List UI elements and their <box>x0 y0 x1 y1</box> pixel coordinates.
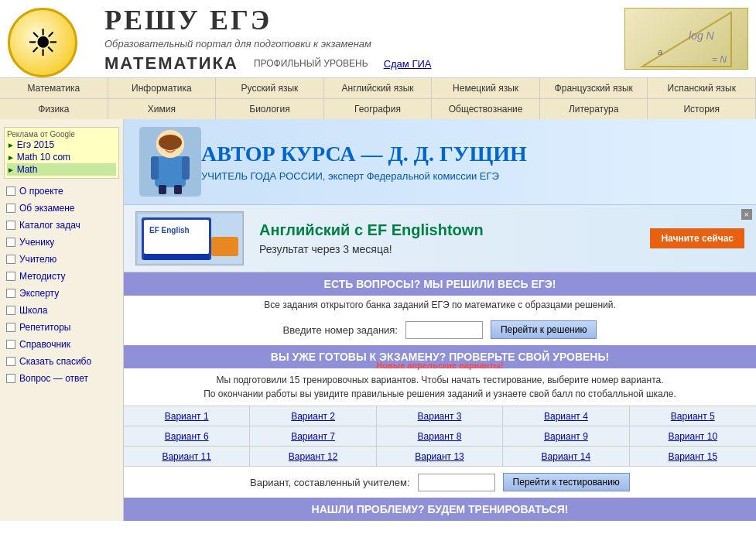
header-math: МАТЕМАТИКА ПРОФИЛЬНЫЙ УРОВЕНЬ Сдам ГИА <box>104 53 624 74</box>
variant-cell-2: Вариант 2 <box>250 406 376 426</box>
teacher-variant-input[interactable] <box>418 474 495 491</box>
variant-link-5[interactable]: Вариант 5 <box>671 411 715 422</box>
site-subtitle: Образовательный портал для подготовки к … <box>104 38 624 50</box>
checkbox-ekspertu <box>6 289 15 298</box>
eng-close-button[interactable]: × <box>741 209 752 220</box>
main-layout: Реклама от Google Егэ 2015 Math 10 com M… <box>0 119 756 521</box>
nav-literatura[interactable]: Литература <box>540 99 648 119</box>
eng-banner-button[interactable]: Начните сейчас <box>650 228 744 248</box>
variant-link-12[interactable]: Вариант 12 <box>289 451 338 462</box>
sidebar-item-uchitelyu[interactable]: Учителю <box>0 251 123 268</box>
svg-rect-21 <box>211 237 238 256</box>
variant-cell-15: Вариант 15 <box>630 447 756 467</box>
variant-cell-6: Вариант 6 <box>124 426 250 447</box>
nav-istoriya[interactable]: История <box>648 99 756 119</box>
variant-cell-13: Вариант 13 <box>377 447 503 467</box>
variant-cell-10: Вариант 10 <box>630 426 756 447</box>
eng-banner: EF English Английский с EF Englishtown Р… <box>124 205 756 272</box>
sidebar-item-katalog[interactable]: Каталог задач <box>0 217 123 234</box>
nav-informatika[interactable]: Информатика <box>108 78 217 98</box>
variant-cell-8: Вариант 8 <box>377 426 503 447</box>
nav-biologiya[interactable]: Биология <box>216 99 324 119</box>
variant-link-8[interactable]: Вариант 8 <box>418 431 462 442</box>
content: АВТОР КУРСА — Д. Д. ГУЩИН УЧИТЕЛЬ ГОДА Р… <box>124 119 756 521</box>
variant-link-14[interactable]: Вариант 14 <box>542 451 591 462</box>
nav-khimiya[interactable]: Химия <box>108 99 217 119</box>
nav-russkiy[interactable]: Русский язык <box>216 78 324 98</box>
nav-german[interactable]: Немецкий язык <box>432 78 540 98</box>
nav-french[interactable]: Французский язык <box>540 78 648 98</box>
questions-header: ЕСТЬ ВОПРОСЫ? МЫ РЕШИЛИ ВЕСЬ ЕГЭ! <box>124 272 756 296</box>
bottom-header: НАШЛИ ПРОБЛЕМУ? БУДЕМ ТРЕНИРОВАТЬСЯ! <box>124 498 756 521</box>
variants-desc: Мы подготовили 15 тренировочных варианто… <box>124 368 756 406</box>
site-title: РЕШУ ЕГЭ <box>104 4 624 36</box>
ad-link-math[interactable]: Math <box>7 163 116 176</box>
variant-link-2[interactable]: Вариант 2 <box>291 411 335 422</box>
svg-text:a: a <box>658 47 662 56</box>
header-text: РЕШУ ЕГЭ Образовательный портал для подг… <box>104 4 624 74</box>
header-decoration: log N = N a <box>624 8 748 70</box>
sidebar-item-vopros[interactable]: Вопрос — ответ <box>0 370 123 387</box>
variant-link-11[interactable]: Вариант 11 <box>162 451 211 462</box>
author-text: АВТОР КУРСА — Д. Д. ГУЩИН УЧИТЕЛЬ ГОДА Р… <box>201 142 527 182</box>
sidebar-item-shkola[interactable]: Школа <box>0 302 123 319</box>
sidebar-item-repetitory[interactable]: Репетиторы <box>0 319 123 336</box>
logo-circle: ☀ <box>8 8 77 77</box>
variants-header: ВЫ УЖЕ ГОТОВЫ К ЭКЗАМЕНУ? ПРОВЕРЬТЕ СВОЙ… <box>124 345 756 368</box>
sidebar-item-o-proekte[interactable]: О проекте <box>0 183 123 200</box>
variant-link-3[interactable]: Вариант 3 <box>418 411 462 422</box>
variant-link-15[interactable]: Вариант 15 <box>669 451 718 462</box>
teacher-variant-button[interactable]: Перейти к тестированию <box>503 473 630 491</box>
svg-rect-12 <box>151 156 159 180</box>
sidebar-item-ucheniku[interactable]: Ученику <box>0 234 123 251</box>
svg-rect-7 <box>155 156 186 187</box>
checkbox-ob-ekzamene <box>6 204 15 213</box>
variant-cell-1: Вариант 1 <box>124 406 250 426</box>
teacher-label: Вариант, составленный учителем: <box>250 477 409 488</box>
variant-link-10[interactable]: Вариант 10 <box>669 431 718 442</box>
variant-cell-4: Вариант 4 <box>503 406 629 426</box>
variant-link-6[interactable]: Вариант 6 <box>165 431 209 442</box>
math-title: МАТЕМАТИКА <box>104 53 238 74</box>
author-avatar <box>139 127 201 197</box>
svg-rect-13 <box>182 156 190 180</box>
variant-link-9[interactable]: Вариант 9 <box>544 431 588 442</box>
svg-point-10 <box>163 143 166 146</box>
nav-matematika[interactable]: Математика <box>0 78 108 98</box>
nav-english[interactable]: Английский язык <box>324 78 433 98</box>
eng-banner-image: EF English <box>135 211 244 265</box>
ad-link-math10[interactable]: Math 10 com <box>7 151 116 163</box>
variant-cell-3: Вариант 3 <box>377 406 503 426</box>
checkbox-katalog <box>6 221 15 230</box>
task-go-button[interactable]: Перейти к решению <box>491 320 597 339</box>
variant-link-13[interactable]: Вариант 13 <box>415 451 464 462</box>
nav-spanish[interactable]: Испанский язык <box>648 78 756 98</box>
sidebar-item-ob-ekzamene[interactable]: Об экзамене <box>0 200 123 217</box>
sidebar-item-ekspertu[interactable]: Эксперту <box>0 285 123 302</box>
variant-link-1[interactable]: Вариант 1 <box>165 411 209 422</box>
gia-link[interactable]: Сдам ГИА <box>384 58 432 70</box>
task-row: Введите номер задания: Перейти к решению <box>124 314 756 345</box>
svg-rect-14 <box>159 185 166 194</box>
checkbox-spravochnik <box>6 340 15 349</box>
checkbox-spasibo <box>6 357 15 366</box>
variant-cell-9: Вариант 9 <box>503 426 629 447</box>
sidebar-item-metodistu[interactable]: Методисту <box>0 268 123 285</box>
header: ☀ РЕШУ ЕГЭ Образовательный портал для по… <box>0 0 756 78</box>
variants-new-label: Новые апрельские варианты! <box>376 361 503 370</box>
variant-link-4[interactable]: Вариант 4 <box>544 411 588 422</box>
sidebar-item-spasibo[interactable]: Сказать спасибо <box>0 353 123 370</box>
author-name: АВТОР КУРСА — Д. Д. ГУЩИН <box>201 142 527 166</box>
sidebar-item-spravochnik[interactable]: Справочник <box>0 336 123 353</box>
ad-link-ege[interactable]: Егэ 2015 <box>7 139 116 151</box>
task-number-input[interactable] <box>405 321 483 339</box>
eng-banner-title: Английский с EF Englishtown <box>259 221 638 239</box>
nav-geografiya[interactable]: География <box>324 99 433 119</box>
nav-fizika[interactable]: Физика <box>0 99 108 119</box>
variant-cell-14: Вариант 14 <box>503 447 629 467</box>
variant-link-7[interactable]: Вариант 7 <box>291 431 335 442</box>
checkbox-uchitelyu <box>6 255 15 264</box>
variant-cell-5: Вариант 5 <box>630 406 756 426</box>
svg-text:= N: = N <box>712 54 727 65</box>
nav-obschestvoznanie[interactable]: Обществознание <box>432 99 540 119</box>
